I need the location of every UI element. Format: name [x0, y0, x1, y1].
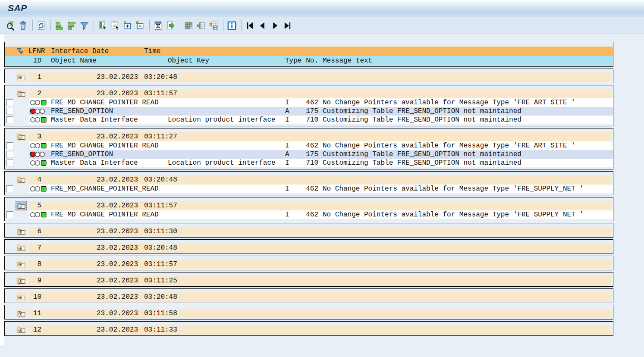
message-row[interactable]: FRE_MD_CHANGE_POINTER_READI462No Change … [5, 98, 613, 107]
refresh-button[interactable] [35, 20, 47, 31]
group-interface-date: 23.02.2023 [97, 175, 138, 185]
expand-folder-toggle[interactable] [16, 276, 27, 285]
filter-button[interactable] [79, 20, 90, 31]
row-checkbox[interactable] [6, 142, 13, 149]
group-interface-date: 23.02.2023 [97, 243, 138, 253]
message-object-name: FRE_SEND_OPTION [51, 107, 113, 116]
log-group-10: 1023.02.202303:20:48 [4, 288, 613, 303]
group-header-row[interactable]: 823.02.202303:11:57 [5, 260, 613, 269]
message-row[interactable]: FRE_MD_CHANGE_POINTER_READI462No Change … [5, 210, 613, 219]
expand-folder-toggle[interactable] [16, 72, 27, 82]
folder-closed-icon [17, 277, 25, 284]
display-list-icon [110, 21, 120, 31]
group-lfnr: 11 [28, 309, 41, 318]
group-lfnr: 12 [28, 325, 41, 335]
message-text: Customizing Table FRE_SEND_OPTION not ma… [323, 107, 521, 116]
group-header-row[interactable]: 1223.02.202303:11:33 [5, 325, 613, 335]
log-group-11: 1123.02.202303:11:58 [4, 305, 613, 319]
expand-folder-toggle[interactable] [16, 309, 27, 318]
group-header-row[interactable]: 723.02.202303:20:48 [5, 243, 613, 253]
message-row-strip[interactable] [29, 107, 613, 116]
message-text: No Change Pointers available for Message… [323, 210, 584, 219]
group-lfnr: 8 [28, 260, 41, 269]
collapse-folder-toggle[interactable] [16, 89, 27, 98]
message-row[interactable]: Master Data InterfaceLocation product in… [5, 159, 613, 167]
expand-folder-toggle[interactable] [16, 260, 27, 269]
collapse-folder-toggle[interactable] [16, 132, 27, 141]
message-row[interactable]: FRE_MD_CHANGE_POINTER_READI462No Change … [5, 141, 613, 150]
expand-folder-toggle[interactable] [16, 325, 27, 335]
column-label-id: ID [28, 56, 41, 66]
expand-folder-toggle[interactable] [16, 227, 27, 236]
message-row[interactable]: FRE_SEND_OPTIONA175Customizing Table FRE… [5, 150, 613, 159]
hourglass-button[interactable] [152, 20, 164, 31]
group-lfnr: 1 [28, 72, 41, 82]
hierarchy-sort-icon[interactable] [16, 47, 25, 56]
group-interface-date: 23.02.2023 [97, 132, 138, 141]
collapse-folder-toggle[interactable] [16, 175, 27, 185]
next-page-button[interactable] [269, 20, 281, 31]
row-checkbox[interactable] [6, 108, 13, 115]
first-page-button[interactable] [244, 20, 256, 31]
info-button[interactable] [226, 20, 238, 31]
group-header-row[interactable]: 1123.02.202303:11:58 [5, 309, 613, 318]
folder-closed-icon [17, 228, 25, 235]
group-header-row[interactable]: 123.02.202303:20:48 [5, 72, 613, 82]
log-group-3: 323.02.202303:11:27FRE_MD_CHANGE_POINTER… [4, 128, 613, 169]
message-number: 462 [302, 210, 318, 219]
choose-detail-button[interactable] [97, 20, 108, 31]
message-row[interactable]: FRE_SEND_OPTIONA175Customizing Table FRE… [5, 107, 613, 116]
sort-descending-button[interactable] [66, 20, 78, 31]
message-text: Customizing Table FRE_SEND_OPTION not ma… [323, 150, 521, 159]
column-label-object-key: Object Key [168, 56, 209, 66]
sort-ascending-button[interactable] [53, 20, 65, 31]
toolbar-separator [180, 20, 180, 31]
folder-closed-icon [17, 326, 25, 333]
row-checkbox[interactable] [6, 99, 13, 106]
message-object-name: FRE_MD_CHANGE_POINTER_READ [51, 141, 159, 150]
group-header-row[interactable]: 423.02.202303:20:48 [5, 175, 613, 185]
last-page-icon [283, 21, 292, 31]
idoc-log-table: LFNR Interface Date Time ID Object Name … [4, 42, 613, 338]
status-green-light-icon [30, 117, 49, 123]
group-lfnr: 10 [28, 292, 41, 302]
message-row[interactable]: Master Data InterfaceLocation product in… [5, 116, 613, 124]
group-header-row[interactable]: 623.02.202303:11:30 [5, 227, 613, 236]
collapse-all-button[interactable] [134, 20, 146, 31]
layout-grid-button[interactable] [183, 20, 195, 31]
last-page-button[interactable] [282, 20, 293, 31]
message-row-strip[interactable] [29, 150, 613, 159]
delete-button[interactable] [17, 20, 29, 31]
group-header-row[interactable]: 523.02.202303:11:57 [5, 201, 613, 210]
group-header-row[interactable]: 223.02.202303:11:57 [5, 89, 613, 98]
filter-icon [79, 21, 89, 31]
info-icon [227, 21, 237, 31]
row-checkbox[interactable] [6, 160, 13, 166]
collapse-folder-toggle[interactable] [16, 201, 27, 210]
expand-folder-toggle[interactable] [16, 292, 27, 302]
message-type: I [285, 210, 289, 219]
display-list-button[interactable] [109, 20, 121, 31]
group-header-row[interactable]: 923.02.202303:11:25 [5, 276, 613, 285]
group-header-row[interactable]: 323.02.202303:11:27 [5, 132, 613, 141]
message-type: I [285, 159, 289, 167]
folder-closed-icon [17, 310, 25, 317]
change-layout-button[interactable] [195, 20, 207, 31]
save-layout-button[interactable] [208, 20, 220, 31]
row-checkbox[interactable] [6, 151, 13, 158]
change-layout-icon [196, 21, 206, 31]
toolbar-separator [94, 20, 94, 31]
message-row[interactable]: FRE_MD_CHANGE_POINTER_READI462No Change … [5, 185, 613, 193]
transfer-idoc-button[interactable] [165, 20, 176, 31]
previous-page-button[interactable] [257, 20, 268, 31]
row-checkbox[interactable] [6, 211, 13, 218]
expand-folder-toggle[interactable] [16, 243, 27, 253]
row-checkbox[interactable] [6, 116, 13, 123]
group-interface-time: 03:11:57 [144, 260, 177, 269]
log-group-9: 923.02.202303:11:25 [4, 272, 613, 287]
row-checkbox[interactable] [6, 185, 13, 192]
find-button[interactable] [5, 20, 16, 31]
expand-all-button[interactable] [122, 20, 133, 31]
group-interface-time: 03:11:33 [144, 325, 177, 335]
group-header-row[interactable]: 1023.02.202303:20:48 [5, 292, 613, 302]
